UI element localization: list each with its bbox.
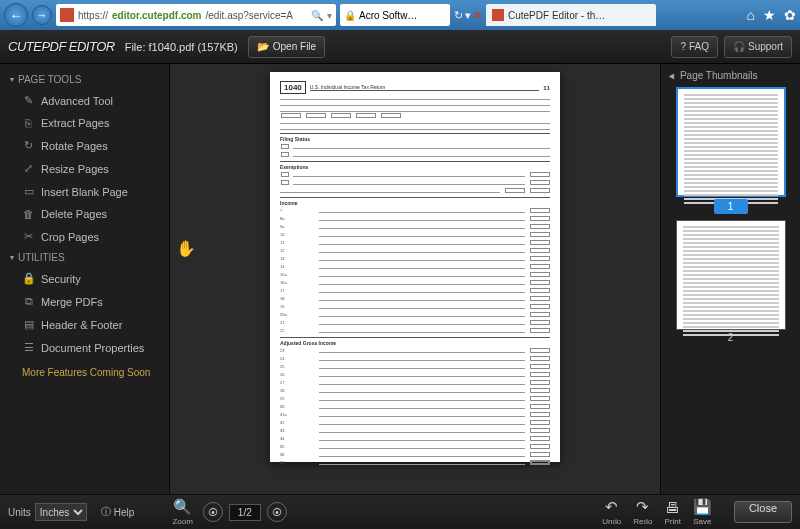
- pdf-page: 1040 U.S. Individual Income Tax Return 1…: [270, 72, 560, 462]
- refresh-icon[interactable]: ↻: [454, 9, 463, 22]
- support-button[interactable]: 🎧 Support: [724, 36, 792, 58]
- tool-icon: ↻: [22, 139, 35, 152]
- zoom-button[interactable]: 🔍 Zoom: [172, 498, 192, 526]
- thumbnail-label: 2: [676, 330, 786, 345]
- sidebar-item[interactable]: ✎Advanced Tool: [0, 89, 169, 112]
- browser-toolbar-icons: ⌂ ★ ✿: [747, 7, 796, 23]
- sidebar-item[interactable]: 🔒Security: [0, 267, 169, 290]
- home-icon[interactable]: ⌂: [747, 7, 755, 23]
- sidebar-item-label: Rotate Pages: [41, 140, 108, 152]
- sidebar-item-label: Merge PDFs: [41, 296, 103, 308]
- thumbnail-label: 1: [714, 199, 748, 214]
- folder-icon: 📂: [257, 41, 269, 52]
- sidebar: PAGE TOOLS ✎Advanced Tool⎘Extract Pages↻…: [0, 64, 170, 494]
- stop-icon[interactable]: ✕: [473, 9, 482, 22]
- sidebar-item[interactable]: ⧉Merge PDFs: [0, 290, 169, 313]
- page-canvas[interactable]: ✋ 1040 U.S. Individual Income Tax Return…: [170, 64, 660, 494]
- help-icon: ⓘ: [101, 505, 111, 519]
- tools-icon[interactable]: ✿: [784, 7, 796, 23]
- tool-icon: ☰: [22, 341, 35, 354]
- print-icon: 🖶: [665, 499, 680, 516]
- tab-favicon-icon: [492, 9, 504, 21]
- refresh-controls: ↻ ▾ ✕: [454, 9, 482, 22]
- sidebar-item[interactable]: ⎘Extract Pages: [0, 112, 169, 134]
- page-navigator: ⦿ 1/2 ⦿: [203, 502, 287, 522]
- sidebar-item[interactable]: ↻Rotate Pages: [0, 134, 169, 157]
- bottom-toolbar: Units Inches ⓘ Help 🔍 Zoom ⦿ 1/2 ⦿ ↶Undo…: [0, 494, 800, 529]
- sidebar-section-utilities[interactable]: UTILITIES: [0, 248, 169, 267]
- sidebar-section-pagetools[interactable]: PAGE TOOLS: [0, 70, 169, 89]
- address-bar[interactable]: https:// editor.cutepdf.com /edit.asp?se…: [56, 4, 336, 26]
- magnifier-icon: 🔍: [173, 498, 192, 516]
- sidebar-item-label: Delete Pages: [41, 208, 107, 220]
- sidebar-item[interactable]: ▭Insert Blank Page: [0, 180, 169, 203]
- app-logo: CUTEPDF EDITOR: [8, 39, 115, 54]
- sidebar-item-label: Advanced Tool: [41, 95, 113, 107]
- search-label: Acro Softw…: [359, 10, 417, 21]
- undo-icon: ↶: [605, 498, 618, 516]
- coming-soon-label: More Features Coming Soon: [0, 359, 169, 382]
- close-button[interactable]: Close: [734, 501, 792, 523]
- page-thumbnail[interactable]: 2: [676, 220, 786, 345]
- sidebar-item[interactable]: ⤢Resize Pages: [0, 157, 169, 180]
- support-icon: 🎧: [733, 41, 745, 52]
- browser-tab[interactable]: CutePDF Editor - th…: [486, 4, 656, 26]
- collapse-icon: ◄: [667, 71, 676, 81]
- url-protocol: https://: [78, 10, 108, 21]
- dropdown-icon[interactable]: ▾: [465, 9, 471, 22]
- faq-button[interactable]: ? FAQ: [671, 36, 718, 58]
- page-indicator[interactable]: 1/2: [229, 504, 261, 521]
- units-select[interactable]: Inches: [35, 503, 87, 521]
- search-icon[interactable]: 🔍: [311, 10, 323, 21]
- save-button[interactable]: 💾Save: [693, 498, 712, 526]
- browser-chrome: ← → https:// editor.cutepdf.com /edit.as…: [0, 0, 800, 30]
- undo-button[interactable]: ↶Undo: [602, 498, 621, 526]
- help-button[interactable]: ⓘ Help: [101, 505, 135, 519]
- save-icon: 💾: [693, 498, 712, 516]
- tab-title: CutePDF Editor - th…: [508, 10, 605, 21]
- sidebar-item-label: Security: [41, 273, 81, 285]
- tool-icon: ▤: [22, 318, 35, 331]
- file-name-label: File: f1040.pdf (157KB): [125, 41, 238, 53]
- forward-button[interactable]: →: [32, 5, 52, 25]
- sidebar-item-label: Document Properties: [41, 342, 144, 354]
- sidebar-item-label: Crop Pages: [41, 231, 99, 243]
- sidebar-item-label: Header & Footer: [41, 319, 122, 331]
- tool-icon: ▭: [22, 185, 35, 198]
- print-button[interactable]: 🖶Print: [664, 499, 680, 526]
- thumbnails-header[interactable]: ◄ Page Thumbnails: [667, 70, 794, 87]
- lock-icon: 🔒: [344, 10, 356, 21]
- search-provider-tab[interactable]: 🔒 Acro Softw…: [340, 4, 450, 26]
- tool-icon: ✎: [22, 94, 35, 107]
- open-file-label: Open File: [273, 41, 316, 52]
- app-header: CUTEPDF EDITOR File: f1040.pdf (157KB) 📂…: [0, 30, 800, 64]
- url-path: /edit.asp?service=A: [205, 10, 293, 21]
- url-host: editor.cutepdf.com: [112, 10, 201, 21]
- tool-icon: ⎘: [22, 117, 35, 129]
- sidebar-item-label: Extract Pages: [41, 117, 109, 129]
- thumbnails-panel: ◄ Page Thumbnails 12: [660, 64, 800, 494]
- units-control: Units Inches: [8, 503, 87, 521]
- form-title: U.S. Individual Income Tax Return: [310, 84, 540, 91]
- tool-icon: 🗑: [22, 208, 35, 220]
- favorites-icon[interactable]: ★: [763, 7, 776, 23]
- sidebar-item-label: Resize Pages: [41, 163, 109, 175]
- open-file-button[interactable]: 📂 Open File: [248, 36, 325, 58]
- sidebar-item[interactable]: ▤Header & Footer: [0, 313, 169, 336]
- tool-icon: 🔒: [22, 272, 35, 285]
- tool-icon: ✂: [22, 230, 35, 243]
- redo-icon: ↷: [636, 498, 649, 516]
- back-button[interactable]: ←: [4, 3, 28, 27]
- thumbnail-image: [676, 87, 786, 197]
- prev-page-button[interactable]: ⦿: [203, 502, 223, 522]
- hand-cursor-icon: ✋: [176, 239, 196, 258]
- sidebar-item[interactable]: 🗑Delete Pages: [0, 203, 169, 225]
- page-thumbnail[interactable]: 1: [676, 87, 786, 214]
- thumbnail-image: [676, 220, 786, 330]
- form-number: 1040: [280, 81, 306, 94]
- sidebar-item[interactable]: ✂Crop Pages: [0, 225, 169, 248]
- question-icon: ?: [680, 41, 686, 52]
- next-page-button[interactable]: ⦿: [267, 502, 287, 522]
- sidebar-item[interactable]: ☰Document Properties: [0, 336, 169, 359]
- redo-button[interactable]: ↷Redo: [633, 498, 652, 526]
